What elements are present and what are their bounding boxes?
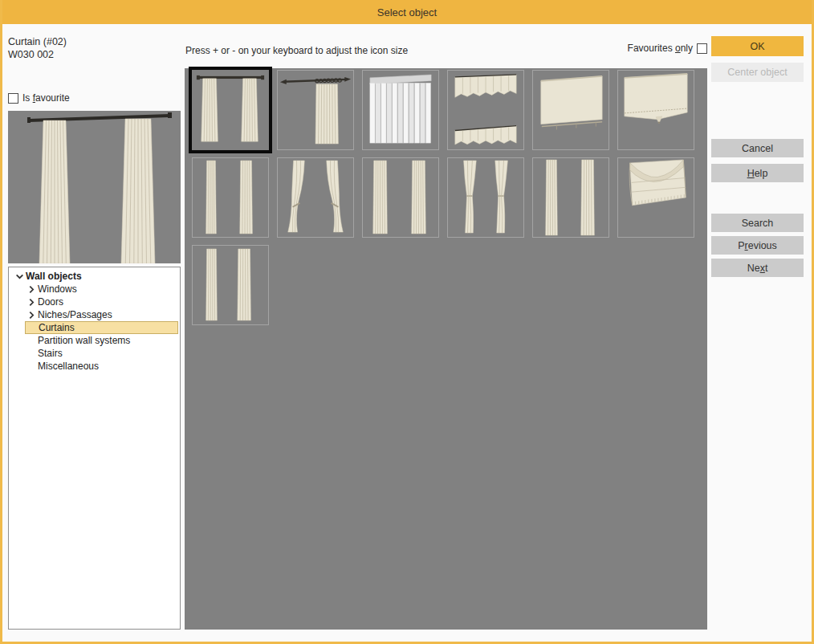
thumbnail-straight-panel-pair[interactable]: [362, 157, 439, 238]
tree-item-label: Doors: [38, 296, 63, 308]
center-tied-panel-pair-icon: [448, 158, 523, 237]
expander-placeholder: [25, 348, 38, 358]
tree-item-label: Miscellaneous: [38, 361, 99, 372]
select-object-dialog: Select object Curtain (#02) W030 002 Is …: [0, 0, 814, 644]
help-button[interactable]: Help: [711, 164, 804, 182]
tieback-curtain-pair-icon: [278, 158, 353, 237]
tree-item-label: Windows: [38, 283, 77, 295]
title-bar: Select object: [0, 0, 814, 24]
thumbnail-flat-panel-shade[interactable]: [532, 70, 609, 150]
chevron-right-icon: [27, 311, 36, 320]
selected-object-name: Curtain (#02): [8, 36, 67, 47]
thumbnail-tieback-curtain-pair[interactable]: [277, 157, 354, 238]
balloon-shade-icon: [618, 158, 694, 237]
tree-item-label: Wall objects: [26, 271, 82, 282]
thumbnail-straight-panel-pair-short[interactable]: [192, 245, 269, 325]
icon-size-hint: Press + or - on your keyboard to adjust …: [185, 45, 408, 56]
tree-item-doors[interactable]: Doors: [9, 296, 180, 308]
thumbnail-straight-panel-pair-tall[interactable]: [532, 157, 609, 238]
tree-item-label: Curtains: [39, 322, 75, 333]
flat-panel-shade-icon: [533, 71, 608, 149]
straight-panel-pair-short-icon: [193, 246, 268, 324]
search-button[interactable]: Search: [711, 214, 804, 232]
favourites-only-checkbox[interactable]: [697, 43, 707, 54]
rod-with-side-panel-icon: [278, 71, 353, 149]
thumbnail-rod-with-side-panel[interactable]: [277, 70, 354, 150]
expander-placeholder: [25, 336, 38, 345]
thumbnail-ruffled-valance-pair[interactable]: [447, 70, 524, 150]
cancel-button[interactable]: Cancel: [711, 139, 804, 157]
expander-down[interactable]: [13, 271, 26, 281]
expander-placeholder: [25, 361, 38, 371]
tree-item-curtains[interactable]: Curtains: [9, 321, 180, 334]
ruffled-valance-pair-icon: [448, 71, 523, 149]
expander-right[interactable]: [25, 310, 38, 320]
curtain-preview-image: [8, 111, 181, 263]
tree-item-label: Stairs: [38, 348, 63, 359]
favourites-only-label: Favourites only: [628, 43, 693, 54]
window-title: Select object: [377, 6, 437, 18]
tree-item-label: Niches/Passages: [38, 309, 112, 320]
vertical-blinds-icon: [363, 71, 438, 149]
straight-panel-pair-narrow-icon: [193, 158, 268, 237]
chevron-down-icon: [15, 272, 24, 281]
tree-item-miscellaneous[interactable]: Miscellaneous: [9, 360, 180, 373]
thumbnail-grid: [185, 68, 707, 630]
previous-button[interactable]: Previous: [711, 236, 804, 255]
thumbnail-curtain-pair-with-rod[interactable]: [192, 70, 269, 150]
curtain-pair-with-rod-icon: [193, 71, 268, 149]
straight-panel-pair-icon: [363, 158, 438, 237]
flat-panel-shade-angled-icon: [618, 71, 694, 149]
selected-curtain-preview: [8, 111, 181, 263]
selected-object-code: W030 002: [8, 49, 54, 60]
thumbnail-straight-panel-pair-narrow[interactable]: [192, 157, 269, 238]
chevron-right-icon: [27, 298, 36, 307]
is-favourite-label: Is favourite: [22, 92, 70, 104]
tree-item-niches-passages[interactable]: Niches/Passages: [9, 308, 180, 321]
thumbnail-center-tied-panel-pair[interactable]: [447, 157, 524, 238]
center-object-button: Center object: [711, 63, 804, 82]
thumbnail-vertical-blinds[interactable]: [362, 70, 439, 150]
tree-item-partition-wall-systems[interactable]: Partition wall systems: [9, 334, 180, 347]
ok-button[interactable]: OK: [711, 36, 804, 56]
is-favourite-checkbox[interactable]: [8, 93, 18, 104]
favourites-only-row: Favourites only: [628, 43, 707, 54]
expander-right[interactable]: [25, 284, 38, 294]
chevron-right-icon: [27, 285, 36, 294]
tree-item-stairs[interactable]: Stairs: [9, 347, 180, 360]
expander-placeholder: [26, 323, 39, 332]
next-button[interactable]: Next: [711, 259, 804, 277]
tree-item-label: Partition wall systems: [38, 335, 130, 346]
is-favourite-row: Is favourite: [8, 92, 70, 104]
tree-item-windows[interactable]: Windows: [9, 283, 180, 296]
category-tree: Wall objectsWindowsDoorsNiches/PassagesC…: [8, 267, 181, 630]
thumbnail-flat-panel-shade-angled[interactable]: [617, 70, 694, 150]
tree-item-wall-objects[interactable]: Wall objects: [9, 270, 180, 283]
thumbnail-balloon-shade[interactable]: [617, 157, 694, 238]
straight-panel-pair-tall-icon: [533, 158, 608, 237]
expander-right[interactable]: [25, 297, 38, 307]
